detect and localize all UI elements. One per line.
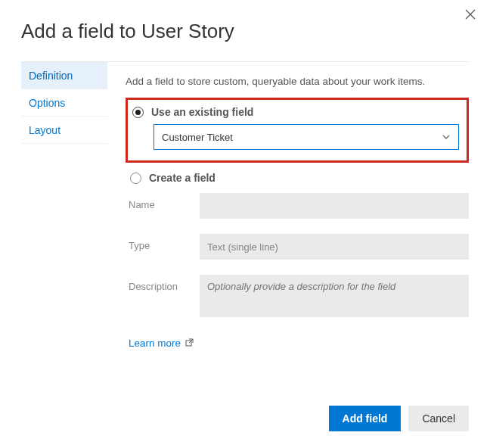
learn-more-text: Learn more (129, 338, 181, 349)
dialog-footer: Add field Cancel (21, 397, 469, 448)
radio-row-create: Create a field (130, 172, 469, 184)
description-textarea (200, 275, 469, 317)
form-row-name: Name (129, 193, 469, 219)
type-label: Type (129, 234, 192, 251)
radio-row-existing: Use an existing field (132, 106, 459, 118)
tabs-sidebar: Definition Options Layout (21, 62, 107, 397)
dialog-body: Definition Options Layout Add a field to… (21, 62, 469, 397)
form-row-description: Description (129, 275, 469, 319)
tab-definition[interactable]: Definition (21, 62, 107, 89)
external-link-icon (185, 338, 194, 349)
learn-more-link[interactable]: Learn more (129, 338, 194, 349)
dialog-container: Add a field to User Story Definition Opt… (0, 0, 490, 448)
description-label: Description (129, 275, 192, 292)
dialog-title: Add a field to User Story (21, 20, 469, 43)
name-label: Name (129, 193, 192, 210)
intro-text: Add a field to store custom, queryable d… (126, 76, 469, 87)
chevron-down-icon (442, 132, 451, 142)
type-input (200, 234, 469, 260)
radio-existing[interactable] (132, 107, 144, 118)
content-panel: Add a field to store custom, queryable d… (107, 62, 469, 397)
tab-layout[interactable]: Layout (21, 117, 107, 144)
tab-options[interactable]: Options (21, 89, 107, 117)
form-row-type: Type (129, 234, 469, 260)
radio-dot-icon (135, 110, 141, 115)
highlight-existing-field: Use an existing field Customer Ticket (126, 98, 469, 163)
close-button[interactable] (461, 6, 479, 24)
radio-create[interactable] (130, 173, 141, 184)
existing-field-select[interactable]: Customer Ticket (154, 124, 459, 150)
add-field-button[interactable]: Add field (329, 406, 402, 431)
name-input (200, 193, 469, 219)
cancel-button[interactable]: Cancel (408, 406, 469, 431)
existing-field-value: Customer Ticket (162, 132, 233, 143)
radio-existing-label: Use an existing field (151, 106, 253, 118)
radio-create-label: Create a field (149, 172, 216, 184)
